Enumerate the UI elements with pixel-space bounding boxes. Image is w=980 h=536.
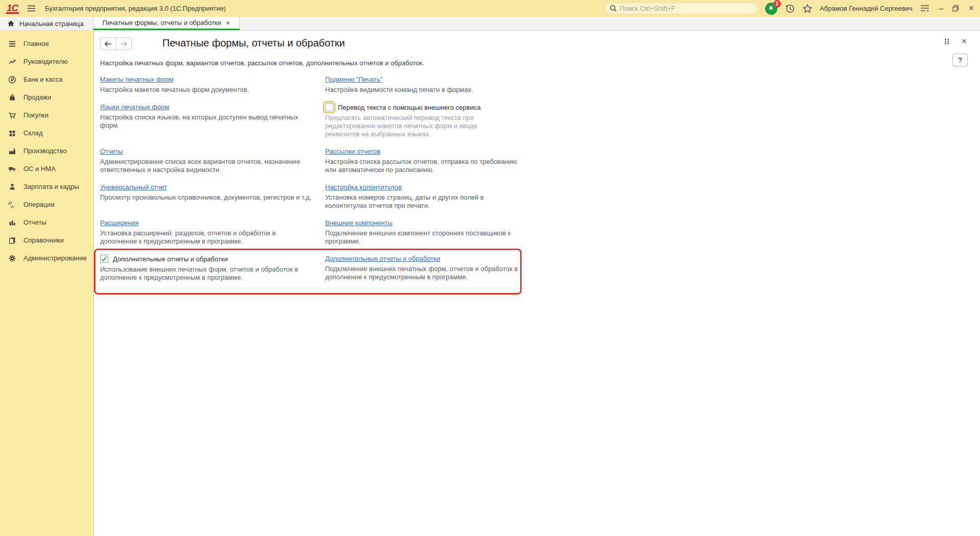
sidebar-item-os-nma[interactable]: ОС и НМА xyxy=(0,160,93,178)
sidebar-item-glavnoe[interactable]: Главное xyxy=(0,35,93,53)
home-icon xyxy=(7,20,15,27)
more-actions-icon[interactable] xyxy=(945,39,949,44)
current-user-name[interactable]: Абрамов Геннадий Сергеевич xyxy=(820,5,913,12)
setting-description: Подключение внешних компонент сторонних … xyxy=(325,229,527,246)
sidebar-item-administrirovanie[interactable]: Администрирование xyxy=(0,249,93,267)
setting-perevod-teksta: Перевод текста с помощью внешнего сервис… xyxy=(325,103,540,138)
checkbox-label[interactable]: Дополнительные отчеты и обработки xyxy=(113,255,228,263)
setting-yazyki-pechatnyh-form: Языки печатных форм Настройка списка язы… xyxy=(100,103,325,138)
sidebar-item-spravochniki[interactable]: Справочники xyxy=(0,231,93,249)
close-window-button[interactable]: × xyxy=(968,3,974,14)
minimize-button[interactable]: – xyxy=(939,4,944,13)
setting-universalnyj-otchet: Универсальный отчет Просмотр произвольны… xyxy=(100,183,325,210)
restore-button[interactable] xyxy=(952,5,959,12)
sidebar-item-rukovoditelyu[interactable]: Руководителю xyxy=(0,53,93,70)
link-yazyki-pechatnyh-form[interactable]: Языки печатных форм xyxy=(100,103,169,111)
sidebar-item-prodazhi[interactable]: Продажи xyxy=(0,88,93,106)
history-nav xyxy=(100,37,132,50)
setting-dop-otchety-link: Дополнительные отчеты и обработки Подклю… xyxy=(325,255,540,282)
setting-rassylki-otchetov: Рассылки отчетов Настройка списка рассыл… xyxy=(325,148,540,174)
link-podmenu-pechat[interactable]: Подменю "Печать" xyxy=(325,76,382,83)
factory-icon xyxy=(8,147,17,155)
setting-description: Предлагать автоматический перевод текста… xyxy=(325,114,501,138)
main-menu-icon[interactable] xyxy=(27,5,36,12)
sidebar-item-proizvodstvo[interactable]: Производство xyxy=(0,142,93,160)
history-icon[interactable] xyxy=(785,3,795,14)
trend-arrow-icon xyxy=(8,58,17,66)
discussions-icon[interactable]: 2 xyxy=(765,3,777,15)
shopping-cart-icon xyxy=(8,111,17,119)
link-rasshireniya[interactable]: Расширения xyxy=(100,219,139,227)
back-button[interactable] xyxy=(101,38,116,50)
notification-badge: 2 xyxy=(773,0,781,8)
checkbox-label[interactable]: Перевод текста с помощью внешнего сервис… xyxy=(338,104,481,111)
setting-podmenu-pechat: Подменю "Печать" Настройка видимости ком… xyxy=(325,76,540,94)
books-icon xyxy=(8,236,17,245)
setting-description: Администрирование списка всех вариантов … xyxy=(100,158,313,174)
boxes-grid-icon xyxy=(8,129,17,137)
setting-dop-otchety-checkbox: Дополнительные отчеты и обработки Исполь… xyxy=(100,255,325,282)
setting-description: Подключение внешних печатных форм, отчет… xyxy=(325,265,527,281)
close-page-icon[interactable]: × xyxy=(962,36,967,46)
search-icon xyxy=(609,5,617,12)
link-nastrojka-kolontitulov[interactable]: Настройка колонтитулов xyxy=(325,183,402,191)
tab-print-forms[interactable]: Печатные формы, отчеты и обработки × xyxy=(93,17,240,30)
setting-description: Просмотр произвольных справочников, доку… xyxy=(100,193,313,202)
link-otchety[interactable]: Отчеты xyxy=(100,148,123,155)
app-title: Бухгалтерия предприятия, редакция 3.0 (1… xyxy=(45,5,226,12)
print-forms-settings-page: Печатные формы, отчеты и обработки × ? Н… xyxy=(94,31,980,536)
setting-description: Использование внешних печатных форм, отч… xyxy=(100,265,313,282)
shopping-bag-icon xyxy=(8,93,17,102)
ruble-coin-icon xyxy=(8,76,17,84)
window-titlebar: 1С Бухгалтерия предприятия, редакция 3.0… xyxy=(0,0,980,17)
bar-chart-icon xyxy=(8,218,17,227)
sidebar-item-otchety[interactable]: Отчеты xyxy=(0,213,93,231)
checkbox-dop-otchety[interactable] xyxy=(100,255,108,263)
setting-nastrojka-kolontitulov: Настройка колонтитулов Установка номеров… xyxy=(325,183,540,210)
tab-label: Печатные формы, отчеты и обработки xyxy=(103,19,222,27)
truck-icon xyxy=(8,165,17,173)
gear-icon xyxy=(8,254,17,262)
setting-vneshnie-komponenty: Внешние компоненты Подключение внешних к… xyxy=(325,219,540,246)
svg-text:Дт: Дт xyxy=(8,201,13,205)
svg-text:Кт: Кт xyxy=(11,205,15,209)
setting-rasshireniya: Расширения Установка расширений: раздело… xyxy=(100,219,325,246)
sidebar-item-operacii[interactable]: ДтКт Операции xyxy=(0,196,93,213)
setting-otchety: Отчеты Администрирование списка всех вар… xyxy=(100,148,325,174)
link-rassylki-otchetov[interactable]: Рассылки отчетов xyxy=(325,148,380,155)
favorites-star-icon[interactable] xyxy=(802,4,813,14)
setting-description: Настройка макетов печатных форм документ… xyxy=(100,86,313,94)
tab-label: Начальная страница xyxy=(19,20,84,28)
forward-button[interactable] xyxy=(116,38,132,50)
setting-description: Установка расширений: разделов, отчетов … xyxy=(100,229,313,246)
link-dop-otchety-obrabotki[interactable]: Дополнительные отчеты и обработки xyxy=(325,255,440,262)
person-icon xyxy=(8,183,17,191)
sidebar-item-sklad[interactable]: Склад xyxy=(0,124,93,142)
debit-credit-icon: ДтКт xyxy=(8,201,17,209)
1c-logo-icon: 1С xyxy=(6,4,19,14)
tab-home-page[interactable]: Начальная страница xyxy=(0,17,93,30)
tab-bar: Начальная страница Печатные формы, отчет… xyxy=(0,17,980,31)
close-tab-icon[interactable]: × xyxy=(226,19,230,27)
setting-description: Настройка списка рассылок отчетов, отпра… xyxy=(325,158,527,174)
service-menu-icon[interactable] xyxy=(920,4,930,13)
sections-sidebar: Главное Руководителю Банк и касса Продаж… xyxy=(0,31,94,536)
link-makety-pechatnyh-form[interactable]: Макеты печатных форм xyxy=(100,76,174,83)
help-button[interactable]: ? xyxy=(952,54,968,66)
global-search[interactable] xyxy=(605,3,758,14)
sidebar-item-bank-kassa[interactable]: Банк и касса xyxy=(0,70,93,88)
page-subtitle: Настройка печатных форм, вариантов отчет… xyxy=(100,59,424,67)
settings-grid: Макеты печатных форм Настройка макетов п… xyxy=(100,76,540,291)
link-vneshnie-komponenty[interactable]: Внешние компоненты xyxy=(325,219,393,227)
setting-description: Настройка видимости команд печати в форм… xyxy=(325,86,527,94)
link-universalnyj-otchet[interactable]: Универсальный отчет xyxy=(100,183,167,191)
search-input[interactable] xyxy=(620,5,753,12)
setting-description: Установка номеров страниц, даты и других… xyxy=(325,193,527,210)
sidebar-item-zarplata-kadry[interactable]: Зарплата и кадры xyxy=(0,178,93,196)
setting-maket-pechatnyh-form: Макеты печатных форм Настройка макетов п… xyxy=(100,76,325,94)
sidebar-item-pokupki[interactable]: Покупки xyxy=(0,106,93,124)
menu-lines-icon xyxy=(8,40,17,48)
setting-description: Настройка списка языков, на которых дост… xyxy=(100,113,313,130)
checkbox-perevod-teksta[interactable] xyxy=(325,103,333,111)
page-title: Печатные формы, отчеты и обработки xyxy=(162,37,345,49)
